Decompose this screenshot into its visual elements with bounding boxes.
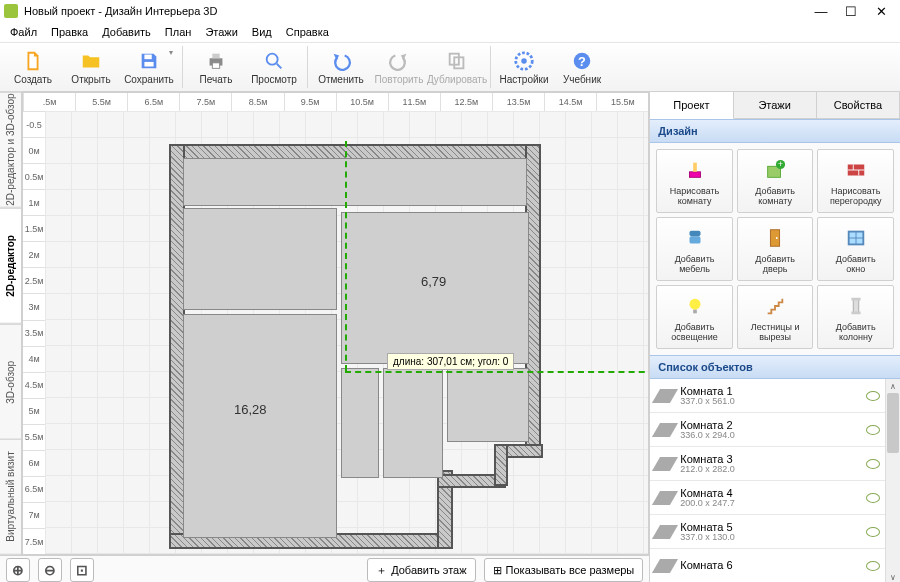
objects-header: Список объектов bbox=[650, 355, 900, 379]
measure-line bbox=[345, 371, 649, 373]
canvas[interactable]: .5м5.5м6.5м7.5м8.5м9.5м10.5м11.5м12.5м13… bbox=[22, 92, 649, 555]
floor-plan[interactable]: 6,79 16,28 bbox=[169, 144, 541, 549]
toolbar-printer-button[interactable]: Печать bbox=[187, 44, 245, 90]
menu-Этажи[interactable]: Этажи bbox=[199, 24, 243, 40]
svg-line-6 bbox=[277, 63, 282, 68]
object-row[interactable]: Комната 1337.0 x 561.0 bbox=[650, 379, 886, 413]
object-row[interactable]: Комната 6 bbox=[650, 549, 886, 582]
close-button[interactable]: ✕ bbox=[866, 0, 896, 22]
view-tab-1[interactable]: 2D-редактор bbox=[0, 208, 22, 324]
room-icon bbox=[652, 491, 678, 505]
toolbar-floppy-button[interactable]: Сохранить▾ bbox=[120, 44, 178, 90]
room-icon bbox=[652, 389, 678, 403]
view-tab-2[interactable]: 3D-обзор bbox=[0, 324, 22, 440]
toolbar-gear-button[interactable]: Настройки bbox=[495, 44, 553, 90]
menu-Правка[interactable]: Правка bbox=[45, 24, 94, 40]
printer-icon bbox=[205, 50, 227, 72]
object-row[interactable]: Комната 4200.0 x 247.7 bbox=[650, 481, 886, 515]
svg-rect-1 bbox=[144, 61, 153, 66]
scroll-up[interactable]: ∧ bbox=[886, 379, 900, 393]
maximize-button[interactable]: ☐ bbox=[836, 0, 866, 22]
ruler-vertical: -0.50м0.5м1м1.5м2м2.5м3м3.5м4м4.5м5м5.5м… bbox=[23, 111, 46, 554]
menu-План[interactable]: План bbox=[159, 24, 198, 40]
object-row[interactable]: Комната 3212.0 x 282.0 bbox=[650, 447, 886, 481]
app-icon bbox=[4, 4, 18, 18]
toolbar-undo-button[interactable]: Отменить bbox=[312, 44, 370, 90]
toolbar-file-button[interactable]: Создать bbox=[4, 44, 62, 90]
minimize-button[interactable]: — bbox=[806, 0, 836, 22]
menu-Справка[interactable]: Справка bbox=[280, 24, 335, 40]
svg-point-24 bbox=[776, 237, 778, 239]
view-tab-3[interactable]: Виртуальный визит bbox=[0, 439, 22, 555]
toolbar: СоздатьОткрытьСохранить▾ПечатьПросмотрОт… bbox=[0, 42, 900, 92]
menu-Файл[interactable]: Файл bbox=[4, 24, 43, 40]
visibility-icon[interactable] bbox=[866, 527, 880, 537]
design-door-button[interactable]: Добавить дверь bbox=[737, 217, 814, 281]
design-stairs-button[interactable]: Лестницы и вырезы bbox=[737, 285, 814, 349]
design-header: Дизайн bbox=[650, 119, 900, 143]
folder-icon bbox=[80, 50, 102, 72]
svg-rect-13 bbox=[689, 171, 700, 177]
visibility-icon[interactable] bbox=[866, 561, 880, 571]
scroll-down[interactable]: ∨ bbox=[886, 570, 900, 582]
svg-text:?: ? bbox=[578, 53, 586, 68]
addroom-icon: + bbox=[762, 157, 788, 183]
toolbar-dup-button[interactable]: Дублировать bbox=[428, 44, 486, 90]
object-row[interactable]: Комната 5337.0 x 130.0 bbox=[650, 515, 886, 549]
zoom-out-button[interactable]: ⊖ bbox=[38, 558, 62, 582]
wall-icon bbox=[843, 157, 869, 183]
redo-icon bbox=[388, 50, 410, 72]
visibility-icon[interactable] bbox=[866, 391, 880, 401]
add-floor-button[interactable]: ＋Добавить этаж bbox=[367, 558, 475, 582]
undo-icon bbox=[330, 50, 352, 72]
show-dimensions-button[interactable]: ⊞Показывать все размеры bbox=[484, 558, 644, 582]
toolbar-magnify-button[interactable]: Просмотр bbox=[245, 44, 303, 90]
scroll-thumb[interactable] bbox=[887, 393, 899, 453]
design-column-button[interactable]: Добавить колонну bbox=[817, 285, 894, 349]
room-16-28[interactable] bbox=[183, 314, 337, 538]
svg-point-10 bbox=[521, 58, 527, 64]
design-wall-button[interactable]: Нарисовать перегородку bbox=[817, 149, 894, 213]
svg-rect-21 bbox=[689, 236, 700, 243]
floppy-icon bbox=[138, 50, 160, 72]
design-addroom-button[interactable]: +Добавить комнату bbox=[737, 149, 814, 213]
object-row[interactable]: Комната 2336.0 x 294.0 bbox=[650, 413, 886, 447]
right-tab-1[interactable]: Этажи bbox=[734, 92, 817, 118]
menu-Вид[interactable]: Вид bbox=[246, 24, 278, 40]
room-icon bbox=[652, 423, 678, 437]
svg-point-28 bbox=[689, 298, 700, 309]
design-window-button[interactable]: Добавить окно bbox=[817, 217, 894, 281]
ruler-horizontal: .5м5.5м6.5м7.5м8.5м9.5м10.5м11.5м12.5м13… bbox=[23, 93, 648, 112]
room-icon bbox=[652, 457, 678, 471]
toolbar-redo-button[interactable]: Повторить bbox=[370, 44, 428, 90]
design-chair-button[interactable]: Добавить мебель bbox=[656, 217, 733, 281]
scrollbar[interactable]: ∧ ∨ bbox=[885, 379, 900, 582]
svg-text:+: + bbox=[778, 160, 783, 169]
design-pencil-button[interactable]: Нарисовать комнату bbox=[656, 149, 733, 213]
menu-Добавить[interactable]: Добавить bbox=[96, 24, 157, 40]
room-area-label: 16,28 bbox=[234, 402, 267, 417]
design-bulb-button[interactable]: Добавить освещение bbox=[656, 285, 733, 349]
toolbar-help-button[interactable]: ?Учебник bbox=[553, 44, 611, 90]
view-tab-0[interactable]: 2D-редактор и 3D-обзор bbox=[0, 92, 22, 208]
grid[interactable]: 6,79 16,28 длина: 307,01 см; угол: 0 bbox=[45, 111, 648, 554]
bulb-icon bbox=[682, 293, 708, 319]
svg-point-5 bbox=[267, 53, 278, 64]
titlebar: Новый проект - Дизайн Интерьера 3D — ☐ ✕ bbox=[0, 0, 900, 22]
gear-icon bbox=[513, 50, 535, 72]
svg-rect-3 bbox=[212, 53, 219, 58]
svg-rect-23 bbox=[771, 229, 780, 246]
zoom-fit-button[interactable]: ⊡ bbox=[70, 558, 94, 582]
svg-rect-30 bbox=[853, 298, 859, 313]
right-tab-0[interactable]: Проект bbox=[650, 92, 733, 119]
toolbar-folder-button[interactable]: Открыть bbox=[62, 44, 120, 90]
menubar: ФайлПравкаДобавитьПланЭтажиВидСправка bbox=[0, 22, 900, 42]
svg-rect-0 bbox=[144, 54, 151, 59]
pencil-icon bbox=[682, 157, 708, 183]
visibility-icon[interactable] bbox=[866, 459, 880, 469]
zoom-in-button[interactable]: ⊕ bbox=[6, 558, 30, 582]
right-tab-2[interactable]: Свойства bbox=[817, 92, 900, 118]
visibility-icon[interactable] bbox=[866, 425, 880, 435]
visibility-icon[interactable] bbox=[866, 493, 880, 503]
svg-rect-22 bbox=[689, 230, 700, 236]
